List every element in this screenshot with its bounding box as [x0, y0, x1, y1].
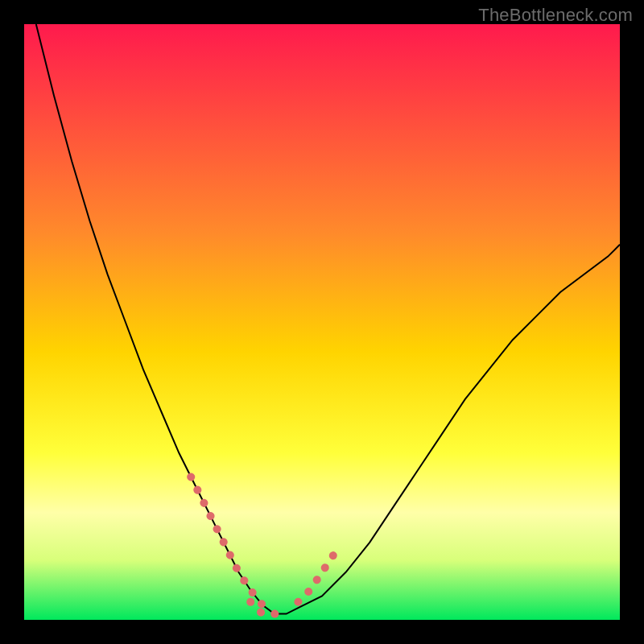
watermark-text: TheBottleneck.com: [478, 5, 633, 26]
chart-svg: [24, 24, 620, 620]
chart-plot-area: [24, 24, 620, 620]
